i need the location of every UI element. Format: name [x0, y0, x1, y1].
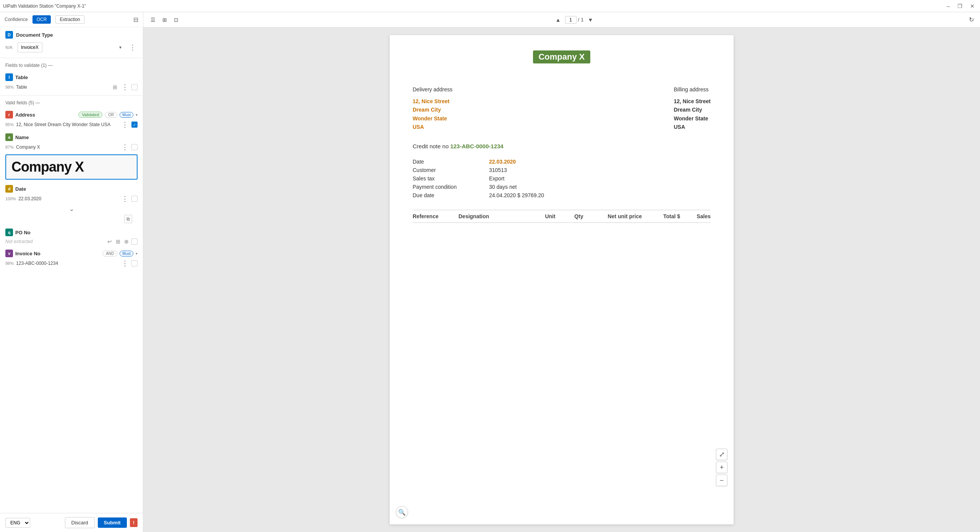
th-sales: Sales [680, 213, 711, 219]
page-sep: / [578, 17, 580, 23]
po-no-field-name: PO No [15, 230, 138, 235]
page-number-input[interactable] [565, 16, 577, 24]
address-field-row-top: r Address Validated OR Must ▾ [5, 111, 138, 118]
po-undo-button[interactable]: ↩ [106, 238, 113, 245]
close-button[interactable]: ✕ [968, 2, 977, 10]
address-or-badge: OR [105, 112, 117, 118]
view-button[interactable]: ⊞ [160, 15, 170, 25]
prev-page-button[interactable]: ▲ [553, 15, 564, 25]
search-button[interactable]: 🔍 [396, 506, 408, 518]
detail-label-payment: Payment condition [413, 184, 489, 190]
address-field-section: r Address Validated OR Must ▾ 95% 12, Ni… [0, 109, 143, 131]
error-button[interactable]: ! [130, 518, 138, 527]
table-grid-button[interactable]: ⊞ [112, 84, 118, 91]
credit-note-row: Credit note no 123-ABC-0000-1234 [413, 143, 711, 149]
billing-line-3: Wonder State [674, 114, 711, 123]
billing-label: Billing address [674, 86, 711, 92]
date-expand-button[interactable]: ⌄ [68, 204, 75, 213]
side-controls: ⤢ + − [716, 449, 727, 486]
table-checkbox[interactable] [131, 84, 138, 90]
po-no-value-row: Not extracted ↩ ⊞ ⊕ [5, 237, 138, 247]
date-field-section: d Date 100% 22.03.2020 ⋮ ⌄ ⧉ [0, 183, 143, 226]
date-copy-button[interactable]: ⧉ [124, 215, 132, 223]
filter-button[interactable]: ⊟ [133, 16, 138, 23]
left-panel: Confidence OCR Extraction ⊟ D Document T… [0, 12, 143, 532]
name-field-section: a Name 87% Company X ⋮ Company X [0, 131, 143, 183]
select-button[interactable]: ⊡ [171, 15, 181, 25]
name-field-icon: a [5, 133, 13, 141]
po-plus-button[interactable]: ⊕ [123, 238, 130, 245]
address-field-icon: r [5, 111, 13, 118]
table-field-name: Table [15, 75, 138, 80]
name-field-row-top: a Name [5, 133, 138, 141]
left-toolbar: Confidence OCR Extraction ⊟ [0, 12, 143, 27]
menu-button[interactable]: ☰ [148, 15, 158, 25]
doc-type-select[interactable]: InvoiceX [18, 42, 42, 52]
zoom-out-button[interactable]: − [716, 475, 727, 486]
table-field-value: Table [16, 84, 109, 90]
main-layout: Confidence OCR Extraction ⊟ D Document T… [0, 12, 980, 532]
doc-type-more-button[interactable]: ⋮ [128, 43, 138, 52]
submit-button[interactable]: Submit [98, 517, 127, 528]
invoice-no-must-badge[interactable]: Must [120, 251, 133, 256]
date-more-button[interactable]: ⋮ [120, 195, 130, 203]
billing-line-2: Dream City [674, 105, 711, 114]
invoice-no-checkbox[interactable] [131, 260, 138, 266]
minimize-button[interactable]: – [944, 2, 952, 10]
document-type-title: Document Type [16, 32, 53, 38]
zoom-in-button[interactable]: + [716, 462, 727, 473]
invoice-no-more-button[interactable]: ⋮ [120, 259, 130, 268]
tab-ocr[interactable]: OCR [32, 15, 51, 24]
table-field-value-row: 98% Table ⊞ ⋮ [5, 82, 138, 93]
doc-area[interactable]: Company X Delivery address 12, Nice Stre… [143, 28, 980, 532]
detail-row-customer: Customer 310513 [413, 167, 711, 173]
doc-type-row: N/A InvoiceX ▾ ⋮ [0, 41, 143, 56]
restore-button[interactable]: ❐ [955, 2, 965, 10]
details-table: Date 22.03.2020 Customer 310513 Sales ta… [413, 159, 711, 198]
address-more-button[interactable]: ⋮ [120, 120, 130, 129]
detail-label-duedate: Due date [413, 192, 489, 198]
name-preview-text: Company X [11, 159, 84, 175]
expand-view-button[interactable]: ⤢ [716, 449, 727, 460]
address-must-badge[interactable]: Must [120, 112, 133, 118]
detail-value-payment: 30 days net [489, 184, 517, 190]
right-panel: ☰ ⊞ ⊡ ▲ / 1 ▼ ↻ Company X [143, 12, 980, 532]
page-total: 1 [581, 17, 583, 23]
table-field-icon: I [5, 73, 13, 81]
po-no-actions: ↩ ⊞ ⊕ [106, 238, 138, 245]
po-no-field-row-top: q PO No [5, 229, 138, 236]
next-page-button[interactable]: ▼ [585, 15, 596, 25]
invoice-no-value: 123-ABC-0000-1234 [16, 261, 118, 266]
language-select[interactable]: ENG [5, 518, 30, 528]
refresh-button[interactable]: ↻ [967, 15, 975, 25]
invoice-no-confidence: 98% [5, 261, 14, 266]
detail-row-date: Date 22.03.2020 [413, 159, 711, 165]
po-no-value: Not extracted [5, 239, 104, 244]
discard-button[interactable]: Discard [65, 517, 95, 528]
date-field-row-top: d Date [5, 185, 138, 193]
tab-extraction[interactable]: Extraction [55, 15, 84, 24]
date-checkbox[interactable] [131, 196, 138, 202]
table-more-button[interactable]: ⋮ [120, 83, 130, 91]
name-checkbox[interactable] [131, 144, 138, 150]
po-add-button[interactable]: ⊞ [115, 238, 121, 245]
delivery-line-2: Dream City [413, 105, 452, 114]
name-value: Company X [16, 144, 118, 150]
doc-page: Company X Delivery address 12, Nice Stre… [390, 35, 734, 524]
left-content: D Document Type N/A InvoiceX ▾ ⋮ Fields … [0, 27, 143, 513]
invoice-no-field-section: v Invoice No AND Must ▾ 98% 123-ABC-0000… [0, 247, 143, 270]
name-more-button[interactable]: ⋮ [120, 143, 130, 151]
detail-row-payment: Payment condition 30 days net [413, 184, 711, 190]
po-no-field-section: q PO No Not extracted ↩ ⊞ ⊕ [0, 226, 143, 247]
date-value-row: 100% 22.03.2020 ⋮ [5, 194, 138, 204]
date-actions: ⋮ [120, 195, 138, 203]
table-field-row-top: I Table [5, 73, 138, 81]
titlebar: UiPath Validation Station "Company X-1" … [0, 0, 980, 12]
delivery-label: Delivery address [413, 86, 452, 92]
detail-value-salestax: Export [489, 175, 504, 182]
po-no-checkbox[interactable] [131, 238, 138, 245]
divider-2 [0, 95, 143, 96]
address-checkbox[interactable]: ✓ [131, 122, 138, 128]
th-total: Total $ [642, 213, 680, 219]
company-header: Company X [413, 50, 711, 75]
